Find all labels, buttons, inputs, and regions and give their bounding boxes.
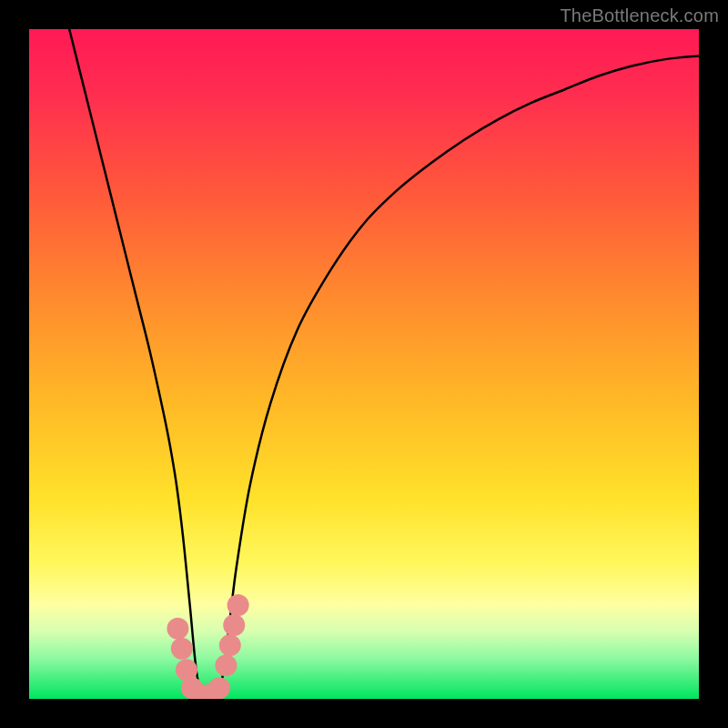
chart-frame: TheBottleneck.com	[0, 0, 728, 728]
watermark-text: TheBottleneck.com	[560, 5, 719, 26]
marker-point	[219, 634, 241, 656]
marker-point	[167, 618, 188, 640]
chart-plot-area	[29, 29, 699, 699]
marker-point	[215, 654, 237, 676]
marker-point	[171, 638, 193, 660]
marker-point	[228, 594, 249, 616]
marker-point	[208, 677, 230, 699]
marker-point	[223, 614, 245, 636]
chart-background	[29, 29, 699, 699]
chart-svg	[29, 29, 699, 699]
